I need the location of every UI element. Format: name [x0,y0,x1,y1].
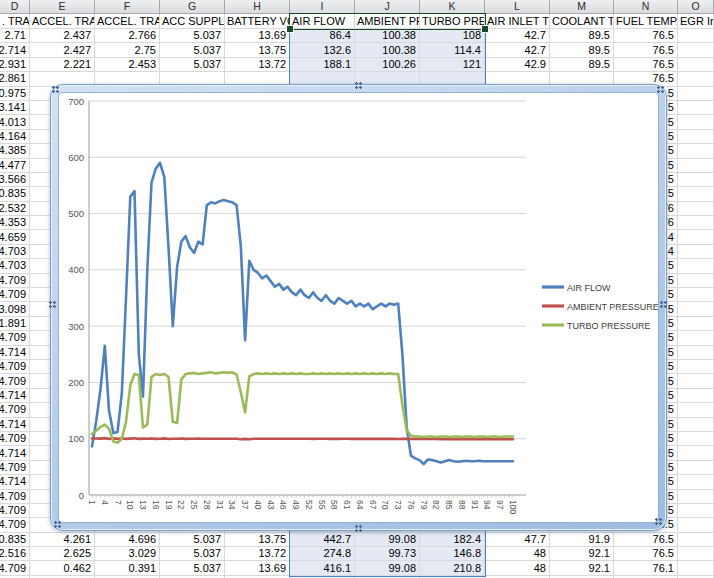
column-header-H[interactable]: H [225,0,290,14]
cell[interactable]: 442.7 [290,533,355,547]
embedded-chart-object[interactable]: 0100200300400500600700147101316192225283… [50,84,667,531]
cell[interactable]: 2.221 [30,58,95,72]
cell[interactable]: 210.8 [420,561,485,575]
cell[interactable]: 92.1 [550,547,614,561]
cell[interactable] [678,216,714,230]
cell[interactable]: 13.75 [225,43,290,57]
selection-handle-middle-right[interactable] [660,301,667,308]
selection-handle-bottom-left[interactable] [54,521,61,528]
cell[interactable]: 3.098 [0,302,30,316]
cell[interactable] [678,374,714,388]
cell[interactable]: 4.353 [0,216,30,230]
cell[interactable]: 3.141 [0,101,30,115]
cell[interactable] [678,187,714,201]
cell[interactable] [678,418,714,432]
cell[interactable]: 4.703 [0,259,30,273]
cell[interactable]: 5.037 [160,29,225,43]
cell[interactable]: 4.385 [0,144,30,158]
cell[interactable]: 99.08 [355,561,420,575]
range-handle-left[interactable] [286,25,294,33]
cell[interactable]: 13.72 [225,58,290,72]
selection-handle-top-middle[interactable] [355,82,362,89]
column-header-G[interactable]: G [160,0,225,14]
cell[interactable]: 2.453 [95,58,160,72]
field-header-cell[interactable]: ACCEL. TRAC [95,14,160,29]
cell[interactable]: 100.38 [355,29,420,43]
cell[interactable]: 4.477 [0,159,30,173]
field-header-cell[interactable]: . TRAC [0,14,30,29]
cell[interactable]: 2.861 [0,72,30,86]
cell[interactable]: 2.437 [30,29,95,43]
cell[interactable]: 5.037 [160,547,225,561]
cell[interactable] [678,43,714,57]
cell[interactable] [678,173,714,187]
cell[interactable] [678,561,714,575]
cell[interactable]: 0.462 [30,561,95,575]
cell[interactable] [678,317,714,331]
cell[interactable] [678,547,714,561]
cell[interactable]: 4.714 [0,446,30,460]
field-header-cell[interactable]: BATTERY VO [225,14,290,29]
cell[interactable] [678,274,714,288]
cell[interactable]: 4.709 [0,360,30,374]
cell[interactable]: 76.5 [614,58,678,72]
cell[interactable]: 182.4 [420,533,485,547]
cell[interactable]: 4.709 [0,331,30,345]
cell[interactable]: 121 [420,58,485,72]
legend-label[interactable]: AMBIENT PRESSURE [567,302,658,312]
cell[interactable]: 99.73 [355,547,420,561]
field-header-cell[interactable]: ACCEL. TRAC [30,14,95,29]
cell[interactable]: 4.709 [0,288,30,302]
selection-handle-bottom-middle[interactable] [355,525,362,532]
cell[interactable]: 5.037 [160,561,225,575]
cell[interactable]: 47.7 [485,533,550,547]
cell[interactable]: 4.659 [0,230,30,244]
column-header-E[interactable]: E [30,0,95,14]
cell[interactable]: 114.4 [420,43,485,57]
cell[interactable]: 1.891 [0,317,30,331]
cell[interactable]: 5.037 [160,533,225,547]
cell[interactable] [678,331,714,345]
cell[interactable]: 4.709 [0,274,30,288]
cell[interactable]: 2.532 [0,202,30,216]
cell[interactable] [678,504,714,518]
cell[interactable]: 42.7 [485,43,550,57]
cell[interactable]: 4.709 [0,403,30,417]
range-handle-right[interactable] [481,25,489,33]
cell[interactable]: 89.5 [550,29,614,43]
cell[interactable] [678,144,714,158]
cell[interactable]: 108 [420,29,485,43]
cell[interactable]: 91.9 [550,533,614,547]
cell[interactable]: 89.5 [550,43,614,57]
cell[interactable]: 76.5 [614,29,678,43]
cell[interactable]: 100.38 [355,43,420,57]
cell[interactable]: 13.69 [225,29,290,43]
legend-label[interactable]: AIR FLOW [567,283,611,293]
column-header-N[interactable]: N [614,0,678,14]
cell[interactable] [678,533,714,547]
ambient-pressure-line[interactable] [92,438,513,439]
cell[interactable] [678,403,714,417]
column-header-M[interactable]: M [550,0,614,14]
cell[interactable] [678,346,714,360]
field-header-cell[interactable]: ACC SUPPLY [160,14,225,29]
cell[interactable] [678,101,714,115]
cell[interactable]: 4.164 [0,130,30,144]
column-header-F[interactable]: F [95,0,160,14]
cell[interactable]: 4.714 [0,346,30,360]
cell[interactable] [678,245,714,259]
field-header-cell[interactable]: AIR FLOW [290,14,355,29]
cell[interactable] [678,518,714,532]
legend-label[interactable]: TURBO PRESSURE [567,321,651,331]
cell[interactable]: 13.75 [225,533,290,547]
cell[interactable]: 3.029 [95,547,160,561]
selection-handle-top-right[interactable] [657,86,664,93]
cell[interactable]: 2.931 [0,58,30,72]
cell[interactable]: 4.709 [0,504,30,518]
air-flow-line[interactable] [92,163,513,464]
cell[interactable]: 4.714 [0,418,30,432]
column-header-D[interactable]: D [0,0,30,14]
cell[interactable]: 76.1 [614,561,678,575]
cell[interactable]: 86.4 [290,29,355,43]
cell[interactable]: 0.391 [95,561,160,575]
